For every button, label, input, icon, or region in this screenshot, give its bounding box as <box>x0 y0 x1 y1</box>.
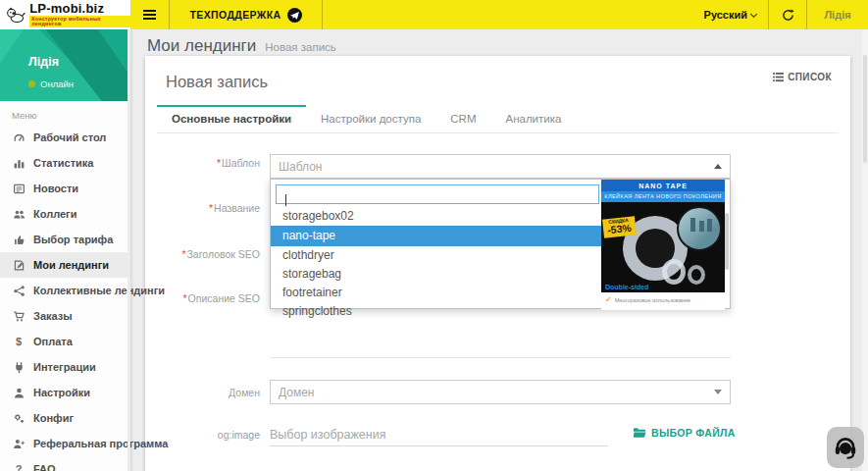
sidebar-user-name: Лідія <box>28 55 59 69</box>
og-image-input[interactable] <box>270 423 608 446</box>
list-icon <box>773 73 784 82</box>
card-title: Новая запись <box>166 73 268 91</box>
tab-crm[interactable]: CRM <box>435 105 490 132</box>
tape-strip-graphic <box>688 265 705 285</box>
topbar-username[interactable]: Лідія <box>807 0 868 29</box>
app-logo[interactable]: LP-mobi.biz Конструктор мобильных лендин… <box>0 0 130 29</box>
domain-field-label: Домен <box>145 387 260 398</box>
preview-subtitle: КЛЕЙКАЯ ЛЕНТА НОВОГО ПОКОЛЕНИЯ <box>601 191 725 202</box>
thumbs-up-icon <box>12 233 26 246</box>
sidebar-item-collective-landings[interactable]: Коллективные лендинги <box>0 278 130 303</box>
share-icon <box>12 284 26 297</box>
template-field-label: *Шаблон <box>145 157 260 169</box>
domain-select[interactable]: Домен <box>270 380 731 404</box>
chevron-down-icon <box>750 10 757 17</box>
colleagues-icon <box>12 207 26 221</box>
text-cursor <box>285 194 286 206</box>
caret-down-icon <box>714 390 722 394</box>
topbar: LP-mobi.biz Конструктор мобильных лендин… <box>0 0 868 29</box>
template-options-list: storagebox02 nano-tape clothdryer storag… <box>271 207 601 321</box>
support-chat-widget[interactable] <box>827 427 864 468</box>
tab-main-settings[interactable]: Основные настройки <box>157 105 306 132</box>
topbar-divider <box>322 0 323 29</box>
name-field-label: *Название <box>145 202 260 214</box>
sidebar-item-integrations[interactable]: Интеграции <box>0 354 130 380</box>
sidebar-item-payment[interactable]: $ Оплата <box>0 329 130 354</box>
logo-title: LP-mobi.biz <box>29 2 130 15</box>
user-plus-icon <box>12 437 26 450</box>
cart-icon <box>12 309 26 323</box>
user-icon <box>12 386 26 399</box>
template-preview-thumbnail[interactable]: NANO TAPE КЛЕЙКАЯ ЛЕНТА НОВОГО ПОКОЛЕНИЯ… <box>601 180 725 310</box>
sidebar-user-panel: Лідія Онлайн <box>0 29 130 101</box>
option-storagebag[interactable]: storagebag <box>271 265 601 284</box>
news-icon <box>12 182 26 195</box>
sidebar-item-tariff[interactable]: Выбор тарифа <box>0 227 130 252</box>
sidebar-user-status: Онлайн <box>40 78 74 89</box>
sidebar-item-dashboard[interactable]: Рабочий стол <box>0 125 130 150</box>
landings-icon <box>12 258 26 272</box>
tab-bar: Основные настройки Настройки доступа CRM… <box>157 105 839 133</box>
sidebar-item-config[interactable]: Конфиг <box>0 405 130 431</box>
tape-strip-graphic <box>662 259 686 285</box>
online-status-dot <box>28 80 35 87</box>
main-content: Мои лендинги Новая запись Новая запись С… <box>130 29 868 471</box>
sidebar: Лідія Онлайн Меню Рабочий стол Статистик… <box>0 29 130 471</box>
option-clothdryer[interactable]: clothdryer <box>271 246 601 265</box>
list-button[interactable]: СПИСОК <box>773 72 832 82</box>
seo-description-underline <box>270 357 731 358</box>
menu-section-label: Меню <box>12 110 130 121</box>
option-footretainer[interactable]: footretainer <box>271 284 601 302</box>
tab-access-settings[interactable]: Настройки доступа <box>306 105 435 132</box>
dropdown-scrollbar[interactable] <box>725 213 729 270</box>
template-dropdown: storagebox02 nano-tape clothdryer storag… <box>270 179 731 309</box>
sidebar-item-orders[interactable]: Заказы <box>0 303 130 329</box>
refresh-icon <box>782 9 794 22</box>
sidebar-item-my-landings[interactable]: Мои лендинги <box>0 252 130 278</box>
language-label: Русский <box>704 9 747 21</box>
page-subtitle: Новая запись <box>265 41 336 53</box>
page-scrollbar[interactable] <box>862 29 868 471</box>
check-icon: ✔ <box>605 295 612 304</box>
preview-product-image: СКИДКА -53% Double-sided <box>601 202 725 292</box>
dashboard-icon <box>12 131 26 144</box>
refresh-button[interactable] <box>769 0 806 29</box>
sidebar-item-colleagues[interactable]: Коллеги <box>0 201 130 227</box>
sidebar-item-faq[interactable]: ? FAQ <box>0 456 130 471</box>
logo-subtitle: Конструктор мобильных лендингов <box>29 16 130 28</box>
option-springclothes[interactable]: springclothes <box>271 302 601 321</box>
breadcrumb: Мои лендинги Новая запись <box>147 36 336 56</box>
seo-title-field-label: *Заголовок SEO <box>145 248 260 260</box>
option-storagebox02[interactable]: storagebox02 <box>271 207 601 226</box>
sidebar-item-settings[interactable]: Настройки <box>0 380 130 405</box>
preview-caption: Double-sided <box>605 284 648 290</box>
preview-inset-photo <box>677 206 722 251</box>
sidebar-menu: Рабочий стол Статистика Новости Коллеги … <box>0 125 130 471</box>
discount-badge: СКИДКА -53% <box>602 216 636 238</box>
page-title: Мои лендинги <box>147 36 256 56</box>
sidebar-item-statistics[interactable]: Статистика <box>0 150 130 176</box>
gears-icon <box>12 411 26 425</box>
folder-icon <box>633 427 646 439</box>
caret-up-icon <box>714 164 722 169</box>
stats-icon <box>12 156 26 170</box>
option-nano-tape[interactable]: nano-tape <box>271 226 601 246</box>
language-select[interactable]: Русский <box>692 0 768 29</box>
tab-analytics[interactable]: Аналитика <box>490 105 576 132</box>
sidebar-item-news[interactable]: Новости <box>0 176 130 201</box>
preview-title: NANO TAPE <box>601 180 725 191</box>
support-button[interactable]: ТЕХПОДДЕРЖКА <box>170 0 322 29</box>
telegram-icon <box>287 8 302 23</box>
support-label: ТЕХПОДДЕРЖКА <box>189 9 281 21</box>
template-select[interactable]: Шаблон <box>270 154 731 179</box>
sidebar-item-referral[interactable]: Реферальная программа <box>0 431 130 456</box>
record-card: Новая запись СПИСОК Основные настройки Н… <box>145 56 850 471</box>
choose-file-button[interactable]: ВЫБОР ФАЙЛА <box>633 427 736 439</box>
sidebar-toggle-button[interactable] <box>130 0 169 29</box>
preview-feature-row: ✔ Многоразовое использование <box>601 292 725 307</box>
headset-icon <box>833 435 858 460</box>
dollar-icon: $ <box>12 335 26 348</box>
plug-icon <box>12 360 26 374</box>
template-search-input[interactable] <box>276 184 599 204</box>
sidebar-scrollbar[interactable] <box>128 29 130 471</box>
